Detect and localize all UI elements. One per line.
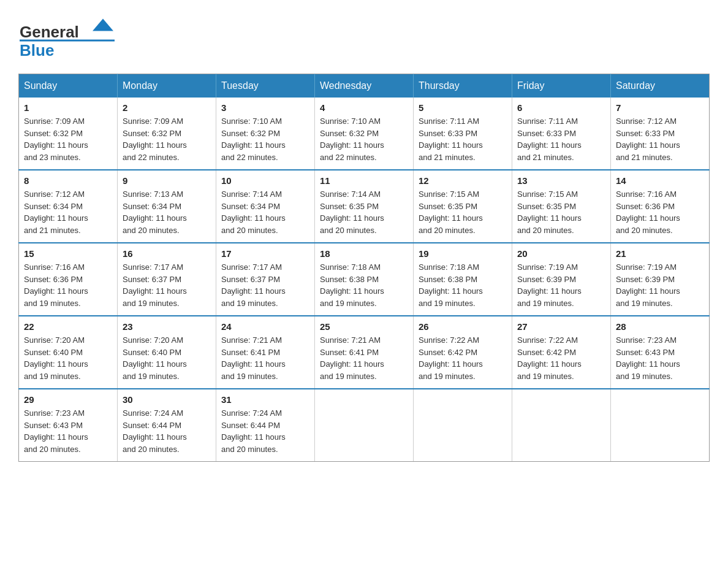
day-of-week-header: Wednesday (315, 74, 414, 98)
day-info: Sunrise: 7:10 AMSunset: 6:32 PMDaylight:… (320, 115, 408, 163)
day-number: 2 (123, 102, 211, 113)
day-info: Sunrise: 7:11 AMSunset: 6:33 PMDaylight:… (517, 115, 605, 163)
day-info: Sunrise: 7:20 AMSunset: 6:40 PMDaylight:… (24, 334, 112, 382)
day-number: 21 (616, 248, 704, 259)
calendar-day-cell: 30Sunrise: 7:24 AMSunset: 6:44 PMDayligh… (118, 389, 216, 462)
day-number: 26 (419, 321, 507, 332)
calendar-day-cell (611, 389, 710, 462)
day-info: Sunrise: 7:17 AMSunset: 6:37 PMDaylight:… (221, 261, 309, 309)
day-info: Sunrise: 7:17 AMSunset: 6:37 PMDaylight:… (123, 261, 211, 309)
day-number: 24 (221, 321, 309, 332)
day-number: 29 (24, 394, 112, 405)
day-info: Sunrise: 7:09 AMSunset: 6:32 PMDaylight:… (24, 115, 112, 163)
calendar-day-cell: 16Sunrise: 7:17 AMSunset: 6:37 PMDayligh… (118, 243, 216, 316)
calendar-week-row: 22Sunrise: 7:20 AMSunset: 6:40 PMDayligh… (19, 316, 710, 389)
day-number: 9 (123, 175, 211, 186)
calendar-table: SundayMondayTuesdayWednesdayThursdayFrid… (18, 74, 710, 462)
calendar-day-cell: 28Sunrise: 7:23 AMSunset: 6:43 PMDayligh… (611, 316, 710, 389)
day-number: 4 (320, 102, 408, 113)
day-number: 5 (419, 102, 507, 113)
calendar-day-cell: 31Sunrise: 7:24 AMSunset: 6:44 PMDayligh… (216, 389, 315, 462)
day-number: 22 (24, 321, 112, 332)
page-header: General Blue (18, 12, 710, 61)
day-number: 14 (616, 175, 704, 186)
calendar-day-cell: 24Sunrise: 7:21 AMSunset: 6:41 PMDayligh… (216, 316, 315, 389)
calendar-day-cell: 9Sunrise: 7:13 AMSunset: 6:34 PMDaylight… (118, 170, 216, 243)
day-of-week-header: Friday (512, 74, 611, 98)
day-of-week-header: Saturday (611, 74, 710, 98)
day-number: 19 (419, 248, 507, 259)
calendar-day-cell: 10Sunrise: 7:14 AMSunset: 6:34 PMDayligh… (216, 170, 315, 243)
calendar-day-cell: 26Sunrise: 7:22 AMSunset: 6:42 PMDayligh… (414, 316, 512, 389)
calendar-day-cell: 1Sunrise: 7:09 AMSunset: 6:32 PMDaylight… (19, 98, 118, 170)
calendar-day-cell: 17Sunrise: 7:17 AMSunset: 6:37 PMDayligh… (216, 243, 315, 316)
day-info: Sunrise: 7:15 AMSunset: 6:35 PMDaylight:… (517, 188, 605, 236)
day-of-week-header: Thursday (414, 74, 512, 98)
day-number: 10 (221, 175, 309, 186)
day-info: Sunrise: 7:14 AMSunset: 6:34 PMDaylight:… (221, 188, 309, 236)
calendar-day-cell: 3Sunrise: 7:10 AMSunset: 6:32 PMDaylight… (216, 98, 315, 170)
day-number: 8 (24, 175, 112, 186)
logo: General Blue (18, 12, 116, 61)
day-info: Sunrise: 7:22 AMSunset: 6:42 PMDaylight:… (517, 334, 605, 382)
calendar-day-cell: 11Sunrise: 7:14 AMSunset: 6:35 PMDayligh… (315, 170, 414, 243)
day-info: Sunrise: 7:21 AMSunset: 6:41 PMDaylight:… (320, 334, 408, 382)
calendar-day-cell (315, 389, 414, 462)
day-info: Sunrise: 7:14 AMSunset: 6:35 PMDaylight:… (320, 188, 408, 236)
logo-image: General Blue (18, 12, 116, 61)
calendar-day-cell: 15Sunrise: 7:16 AMSunset: 6:36 PMDayligh… (19, 243, 118, 316)
day-number: 31 (221, 394, 309, 405)
calendar-week-row: 15Sunrise: 7:16 AMSunset: 6:36 PMDayligh… (19, 243, 710, 316)
day-info: Sunrise: 7:23 AMSunset: 6:43 PMDaylight:… (616, 334, 704, 382)
day-number: 13 (517, 175, 605, 186)
day-info: Sunrise: 7:19 AMSunset: 6:39 PMDaylight:… (616, 261, 704, 309)
calendar-week-row: 8Sunrise: 7:12 AMSunset: 6:34 PMDaylight… (19, 170, 710, 243)
day-info: Sunrise: 7:09 AMSunset: 6:32 PMDaylight:… (123, 115, 211, 163)
calendar-day-cell: 25Sunrise: 7:21 AMSunset: 6:41 PMDayligh… (315, 316, 414, 389)
days-of-week-row: SundayMondayTuesdayWednesdayThursdayFrid… (19, 74, 710, 98)
calendar-day-cell: 27Sunrise: 7:22 AMSunset: 6:42 PMDayligh… (512, 316, 611, 389)
day-info: Sunrise: 7:24 AMSunset: 6:44 PMDaylight:… (221, 407, 309, 455)
calendar-day-cell: 8Sunrise: 7:12 AMSunset: 6:34 PMDaylight… (19, 170, 118, 243)
day-info: Sunrise: 7:16 AMSunset: 6:36 PMDaylight:… (616, 188, 704, 236)
calendar-week-row: 29Sunrise: 7:23 AMSunset: 6:43 PMDayligh… (19, 389, 710, 462)
svg-marker-1 (93, 19, 113, 31)
day-info: Sunrise: 7:15 AMSunset: 6:35 PMDaylight:… (419, 188, 507, 236)
calendar-body: 1Sunrise: 7:09 AMSunset: 6:32 PMDaylight… (19, 98, 710, 462)
day-info: Sunrise: 7:12 AMSunset: 6:33 PMDaylight:… (616, 115, 704, 163)
day-info: Sunrise: 7:21 AMSunset: 6:41 PMDaylight:… (221, 334, 309, 382)
calendar-day-cell (512, 389, 611, 462)
calendar-week-row: 1Sunrise: 7:09 AMSunset: 6:32 PMDaylight… (19, 98, 710, 170)
calendar-day-cell: 18Sunrise: 7:18 AMSunset: 6:38 PMDayligh… (315, 243, 414, 316)
day-number: 16 (123, 248, 211, 259)
day-of-week-header: Monday (118, 74, 216, 98)
calendar-day-cell: 13Sunrise: 7:15 AMSunset: 6:35 PMDayligh… (512, 170, 611, 243)
day-number: 30 (123, 394, 211, 405)
calendar-day-cell (414, 389, 512, 462)
calendar-day-cell: 21Sunrise: 7:19 AMSunset: 6:39 PMDayligh… (611, 243, 710, 316)
day-info: Sunrise: 7:18 AMSunset: 6:38 PMDaylight:… (419, 261, 507, 309)
day-info: Sunrise: 7:18 AMSunset: 6:38 PMDaylight:… (320, 261, 408, 309)
day-info: Sunrise: 7:11 AMSunset: 6:33 PMDaylight:… (419, 115, 507, 163)
day-number: 25 (320, 321, 408, 332)
day-number: 23 (123, 321, 211, 332)
calendar-day-cell: 20Sunrise: 7:19 AMSunset: 6:39 PMDayligh… (512, 243, 611, 316)
calendar-header: SundayMondayTuesdayWednesdayThursdayFrid… (19, 74, 710, 98)
calendar-day-cell: 22Sunrise: 7:20 AMSunset: 6:40 PMDayligh… (19, 316, 118, 389)
day-info: Sunrise: 7:20 AMSunset: 6:40 PMDaylight:… (123, 334, 211, 382)
calendar-day-cell: 23Sunrise: 7:20 AMSunset: 6:40 PMDayligh… (118, 316, 216, 389)
day-info: Sunrise: 7:24 AMSunset: 6:44 PMDaylight:… (123, 407, 211, 455)
day-number: 27 (517, 321, 605, 332)
calendar-day-cell: 29Sunrise: 7:23 AMSunset: 6:43 PMDayligh… (19, 389, 118, 462)
day-number: 1 (24, 102, 112, 113)
calendar-day-cell: 7Sunrise: 7:12 AMSunset: 6:33 PMDaylight… (611, 98, 710, 170)
day-info: Sunrise: 7:19 AMSunset: 6:39 PMDaylight:… (517, 261, 605, 309)
calendar-day-cell: 12Sunrise: 7:15 AMSunset: 6:35 PMDayligh… (414, 170, 512, 243)
day-number: 7 (616, 102, 704, 113)
day-number: 6 (517, 102, 605, 113)
day-number: 3 (221, 102, 309, 113)
calendar-day-cell: 2Sunrise: 7:09 AMSunset: 6:32 PMDaylight… (118, 98, 216, 170)
day-info: Sunrise: 7:16 AMSunset: 6:36 PMDaylight:… (24, 261, 112, 309)
day-info: Sunrise: 7:23 AMSunset: 6:43 PMDaylight:… (24, 407, 112, 455)
day-number: 15 (24, 248, 112, 259)
